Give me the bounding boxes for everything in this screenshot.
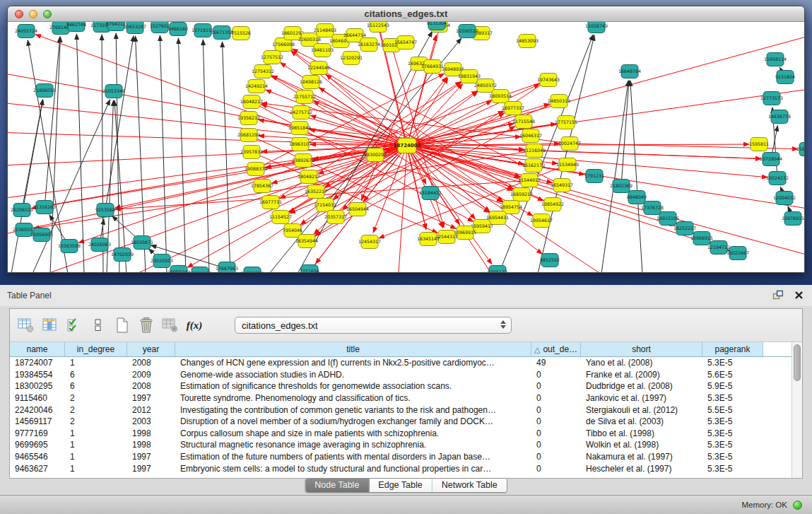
table-row[interactable]: 977716911998Corpus callosum shape and si… [10,428,792,440]
table-row[interactable]: 1830029562008Estimation of significance … [10,380,792,392]
column-header-filler [763,342,792,356]
delete-table-icon[interactable] [136,315,157,336]
svg-text:11026749: 11026749 [585,23,608,28]
create-table-icon[interactable] [112,315,133,336]
svg-text:20728944: 20728944 [760,156,782,161]
float-panel-icon[interactable] [772,290,783,303]
table-header-row: namein_degreeyeartitle△out_de…shortpager… [10,342,792,357]
zoom-window-button[interactable] [43,10,52,18]
svg-text:10094192: 10094192 [189,271,211,273]
column-header-out_degree[interactable]: △out_de… [531,342,581,356]
svg-text:12320291: 12320291 [340,55,363,60]
citation-network-graph[interactable]: 1756609812757512127543121424921416048217… [8,22,804,273]
column-header-pagerank[interactable]: pagerank [702,342,763,356]
column-header-year[interactable]: year [127,342,175,356]
svg-text:16977317: 16977317 [502,105,524,110]
svg-text:14636778: 14636778 [768,114,791,119]
svg-text:7515526: 7515526 [231,30,251,35]
svg-text:16021667: 16021667 [726,250,749,255]
table-selector-dropdown[interactable]: citations_edges.txt [235,317,512,334]
svg-text:12244549: 12244549 [307,65,330,70]
svg-text:12194722: 12194722 [707,245,730,250]
svg-text:16671358: 16671358 [211,30,233,35]
svg-text:17154031: 17154031 [314,202,336,207]
svg-text:26206520: 26206520 [11,207,33,212]
tab-edge-table[interactable]: Edge Table [369,479,432,492]
svg-text:10498126: 10498126 [300,79,322,84]
svg-text:15122543: 15122543 [367,23,389,28]
column-header-short[interactable]: short [581,342,702,356]
select-columns-icon[interactable] [64,315,85,336]
svg-text:17757155: 17757155 [555,119,577,124]
svg-text:15654747: 15654747 [394,40,417,45]
column-header-name[interactable]: name [10,342,65,356]
table-row[interactable]: 969969511998Structural magnetic resonanc… [10,439,792,451]
svg-text:19088379: 19088379 [245,166,267,171]
svg-text:21806050: 21806050 [33,88,56,93]
svg-text:19831943: 19831943 [458,74,481,78]
function-builder-icon[interactable]: f(x) [184,315,205,336]
table-selector-value: citations_edges.txt [242,320,318,331]
svg-text:16954431: 16954431 [486,215,509,220]
row-height-icon[interactable] [88,315,109,336]
column-visibility-icon[interactable] [40,315,61,336]
svg-text:18954754: 18954754 [500,204,522,209]
window-titlebar[interactable]: citations_edges.txt [8,6,804,22]
svg-text:16162170: 16162170 [522,163,545,168]
svg-text:10959417: 10959417 [471,223,493,228]
svg-text:16859217: 16859217 [510,192,533,197]
svg-text:23892679: 23892679 [292,158,314,163]
table-settings-icon[interactable] [16,315,37,336]
svg-text:14702039: 14702039 [111,252,134,257]
memory-status-label: Memory: OK [741,501,787,509]
svg-text:12004032: 12004032 [773,195,796,200]
table-row[interactable]: 1938455462009Genome-wide association stu… [10,369,792,381]
svg-text:9794212: 9794212 [106,22,126,26]
vertical-scrollbar[interactable] [792,342,802,478]
table-panel: Table Panel [0,285,812,514]
table-row[interactable]: 911546021997Tourette syndrome. Phenomeno… [10,392,792,404]
table-row[interactable]: 946554611997Estimation of the future num… [10,451,792,463]
svg-text:19356217: 19356217 [237,115,260,120]
svg-text:10024747: 10024747 [558,141,581,146]
svg-text:19743643: 19743643 [537,77,560,82]
svg-text:24850372: 24850372 [474,83,497,88]
tab-node-table[interactable]: Node Table [305,479,369,492]
svg-text:16549317: 16549317 [551,182,573,187]
table-row[interactable]: 946362711997Embryonic stem cells: a mode… [10,462,792,474]
close-window-button[interactable] [15,10,23,18]
table-row[interactable]: 1456911722003Disruption of a novel membe… [10,416,792,428]
network-canvas[interactable]: 1756609812757512127543121424921416048217… [8,22,804,273]
svg-text:19851843: 19851843 [288,125,311,130]
svg-text:22600318: 22600318 [298,37,321,42]
column-header-title[interactable]: title [175,342,531,356]
svg-text:18724007: 18724007 [394,143,421,148]
table-row[interactable]: 2242004622012Investigating the contribut… [10,404,792,416]
svg-text:16977731: 16977731 [259,199,282,204]
minimize-window-button[interactable] [29,10,37,18]
svg-text:11316163: 11316163 [33,204,56,209]
svg-text:16504944: 16504944 [346,206,369,211]
close-panel-icon[interactable] [794,290,804,303]
svg-text:7954046: 7954046 [283,228,302,233]
svg-text:5791231: 5791231 [584,173,604,178]
column-header-in_degree[interactable]: in_degree [65,342,127,356]
tab-network-table[interactable]: Network Table [433,479,507,492]
svg-text:16959243: 16959243 [167,269,190,273]
svg-text:15958114: 15958114 [764,57,787,62]
svg-text:16352217: 16352217 [305,189,327,194]
memory-ok-indicator-icon[interactable] [793,501,802,510]
scrollbar-thumb[interactable] [794,344,801,381]
svg-text:23020503: 23020503 [151,258,173,263]
svg-text:18963107: 18963107 [289,141,312,146]
svg-text:8848049: 8848049 [627,194,647,199]
svg-text:16345147: 16345147 [417,236,440,241]
svg-text:21661362: 21661362 [796,146,804,151]
table-row[interactable]: 1872400712008Changes of HCN gene express… [10,357,792,369]
svg-text:24275712: 24275712 [290,110,312,115]
import-table-icon-disabled [160,315,181,336]
svg-text:10024232: 10024232 [766,175,789,180]
svg-text:12757512: 12757512 [261,54,283,59]
svg-text:8131304: 8131304 [427,22,447,25]
svg-text:14853093: 14853093 [516,38,539,43]
